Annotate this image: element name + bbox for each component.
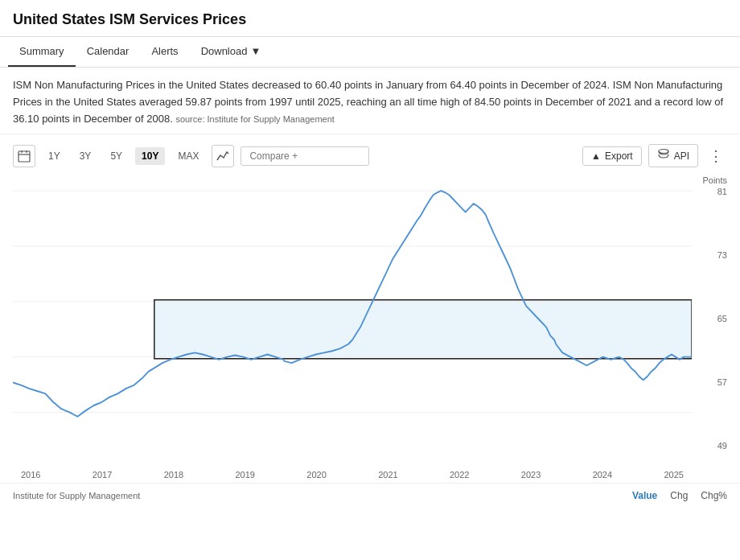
svg-rect-10	[154, 302, 692, 357]
svg-point-4	[659, 150, 668, 154]
page-title: United States ISM Services Prices	[0, 0, 740, 37]
footer-value[interactable]: Value	[632, 490, 657, 501]
x-label-2017: 2017	[92, 470, 112, 480]
x-label-2020: 2020	[306, 470, 326, 480]
time-3y-button[interactable]: 3Y	[73, 147, 98, 165]
time-10y-button[interactable]: 10Y	[135, 147, 165, 165]
summary-text: ISM Non Manufacturing Prices in the Unit…	[13, 79, 723, 125]
tab-summary[interactable]: Summary	[8, 37, 76, 67]
x-label-2024: 2024	[593, 470, 612, 480]
svg-rect-0	[18, 151, 30, 162]
tab-calendar[interactable]: Calendar	[76, 37, 141, 67]
y-label-49: 49	[698, 441, 727, 451]
export-button[interactable]: ▲ Export	[582, 146, 642, 166]
chart-footer: Institute for Supply Management Value Ch…	[0, 483, 740, 508]
export-label: Export	[605, 150, 633, 162]
x-label-2023: 2023	[521, 470, 541, 480]
y-axis: 81 73 65 57 49	[698, 174, 727, 463]
chart-type-icon[interactable]	[212, 145, 234, 167]
x-label-2025: 2025	[664, 470, 683, 480]
api-button[interactable]: API	[648, 144, 698, 167]
compare-input[interactable]	[240, 146, 369, 166]
chart-area: Points 81 73 65 57 49 2016 2017	[13, 174, 727, 480]
footer-right: Value Chg Chg%	[632, 490, 727, 501]
api-label: API	[674, 150, 689, 162]
footer-chgpct[interactable]: Chg%	[701, 490, 727, 501]
x-label-2022: 2022	[450, 470, 469, 480]
database-icon	[657, 148, 670, 163]
source-text: source: Institute for Supply Management	[175, 114, 335, 124]
tab-download[interactable]: Download ▼	[190, 37, 273, 67]
x-label-2018: 2018	[164, 470, 183, 480]
time-5y-button[interactable]: 5Y	[104, 147, 129, 165]
more-options-button[interactable]: ⋮	[705, 145, 727, 167]
chevron-down-icon: ▼	[250, 45, 261, 57]
y-label-57: 57	[698, 377, 727, 387]
calendar-icon[interactable]	[13, 145, 35, 167]
time-1y-button[interactable]: 1Y	[42, 147, 67, 165]
footer-source: Institute for Supply Management	[13, 491, 140, 500]
y-label-81: 81	[698, 187, 727, 196]
tabs-bar: Summary Calendar Alerts Download ▼	[0, 37, 740, 68]
y-label-65: 65	[698, 314, 727, 323]
x-label-2016: 2016	[21, 470, 40, 480]
chart-svg-wrapper	[13, 174, 692, 463]
x-axis: 2016 2017 2018 2019 2020 2021 2022 2023 …	[13, 470, 692, 480]
x-label-2021: 2021	[378, 470, 397, 480]
tab-alerts[interactable]: Alerts	[140, 37, 189, 67]
export-icon: ▲	[591, 150, 601, 162]
y-label-73: 73	[698, 250, 727, 260]
time-max-button[interactable]: MAX	[171, 147, 205, 165]
summary-section: ISM Non Manufacturing Prices in the Unit…	[0, 68, 740, 134]
footer-chg[interactable]: Chg	[670, 490, 688, 501]
x-label-2019: 2019	[235, 470, 254, 480]
chart-controls: 1Y 3Y 5Y 10Y MAX ▲ Export API ⋮	[0, 134, 740, 171]
